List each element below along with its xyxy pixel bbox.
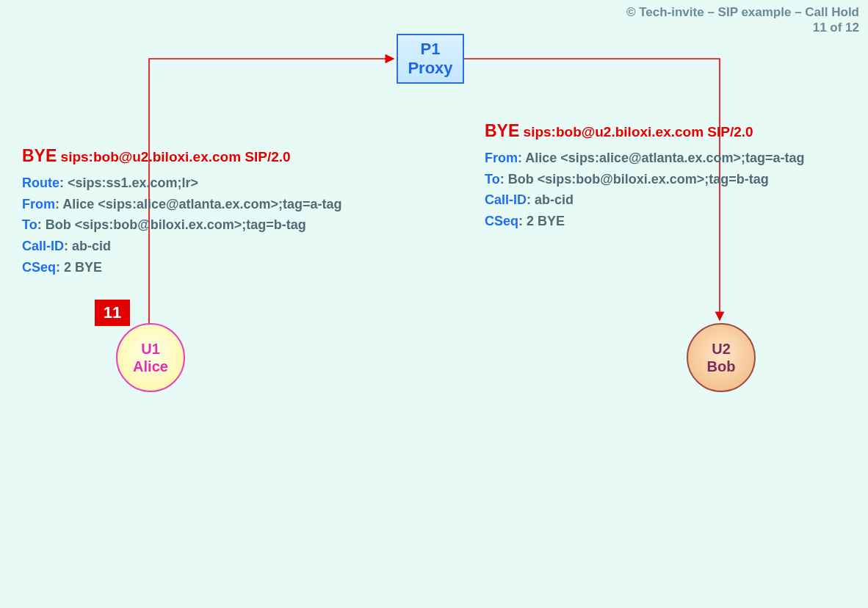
hdr-left-3: Call-ID: ab-cid <box>22 236 375 257</box>
node-u1-alice: U1 Alice <box>116 323 185 392</box>
sip-message-right: BYE sips:bob@u2.biloxi.ex.com SIP/2.0 Fr… <box>485 117 859 232</box>
hdr-right-3: CSeq: 2 BYE <box>485 211 859 232</box>
page-indicator: 11 of 12 <box>626 20 859 35</box>
copyright-text: © Tech-invite – SIP example – Call Hold <box>626 4 859 20</box>
node-proxy: P1 Proxy <box>397 34 464 84</box>
request-line-right: BYE sips:bob@u2.biloxi.ex.com SIP/2.0 <box>485 117 859 145</box>
hdr-left-1: From: Alice <sips:alice@atlanta.ex.com>;… <box>22 194 375 215</box>
request-uri-right: sips:bob@u2.biloxi.ex.com SIP/2.0 <box>524 124 753 140</box>
step-badge: 11 <box>95 300 130 326</box>
request-line-left: BYE sips:bob@u2.biloxi.ex.com SIP/2.0 <box>22 142 375 170</box>
sip-message-left: BYE sips:bob@u2.biloxi.ex.com SIP/2.0 Ro… <box>22 142 375 278</box>
request-uri-left: sips:bob@u2.biloxi.ex.com SIP/2.0 <box>61 149 291 164</box>
u1-id: U1 <box>141 340 160 358</box>
hdr-right-0: From: Alice <sips:alice@atlanta.ex.com>;… <box>485 148 859 169</box>
proxy-role: Proxy <box>408 59 452 78</box>
u2-name: Bob <box>707 358 736 375</box>
method-left: BYE <box>22 146 57 165</box>
hdr-right-1: To: Bob <sips:bob@biloxi.ex.com>;tag=b-t… <box>485 169 859 190</box>
proxy-id: P1 <box>421 40 441 59</box>
hdr-right-2: Call-ID: ab-cid <box>485 189 859 211</box>
flow-arrows <box>0 0 868 608</box>
hdr-left-0: Route: <sips:ss1.ex.com;lr> <box>22 173 375 194</box>
diagram-stage: { "header": { "copyright": "© Tech-invit… <box>0 0 868 608</box>
node-u2-bob: U2 Bob <box>687 323 756 392</box>
hdr-left-4: CSeq: 2 BYE <box>22 257 375 278</box>
method-right: BYE <box>485 121 519 140</box>
header-block: © Tech-invite – SIP example – Call Hold … <box>626 4 859 36</box>
hdr-left-2: To: Bob <sips:bob@biloxi.ex.com>;tag=b-t… <box>22 214 375 236</box>
u1-name: Alice <box>133 358 168 375</box>
u2-id: U2 <box>712 340 731 358</box>
